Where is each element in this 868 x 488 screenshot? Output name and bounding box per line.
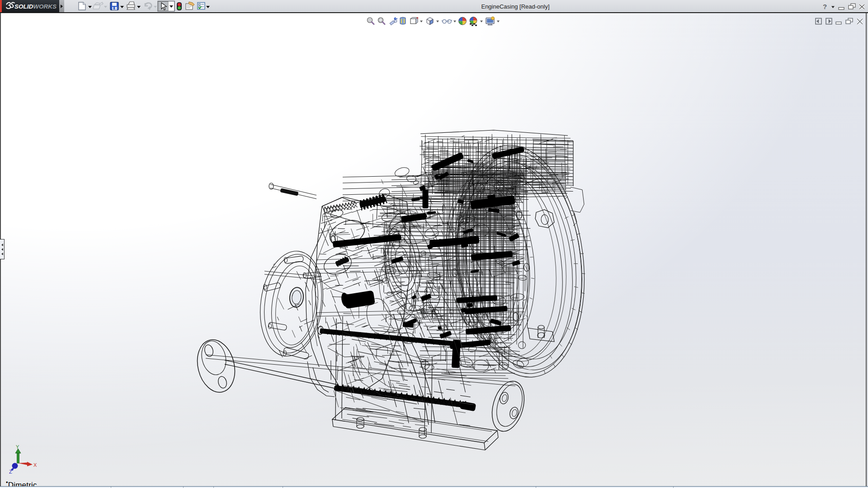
svg-text:?: ? bbox=[823, 3, 827, 10]
svg-text:Y: Y bbox=[16, 444, 19, 450]
svg-text:Z: Z bbox=[9, 469, 12, 474]
svg-text:X: X bbox=[33, 462, 37, 468]
svg-text:SOLIDWORKS: SOLIDWORKS bbox=[14, 3, 57, 10]
